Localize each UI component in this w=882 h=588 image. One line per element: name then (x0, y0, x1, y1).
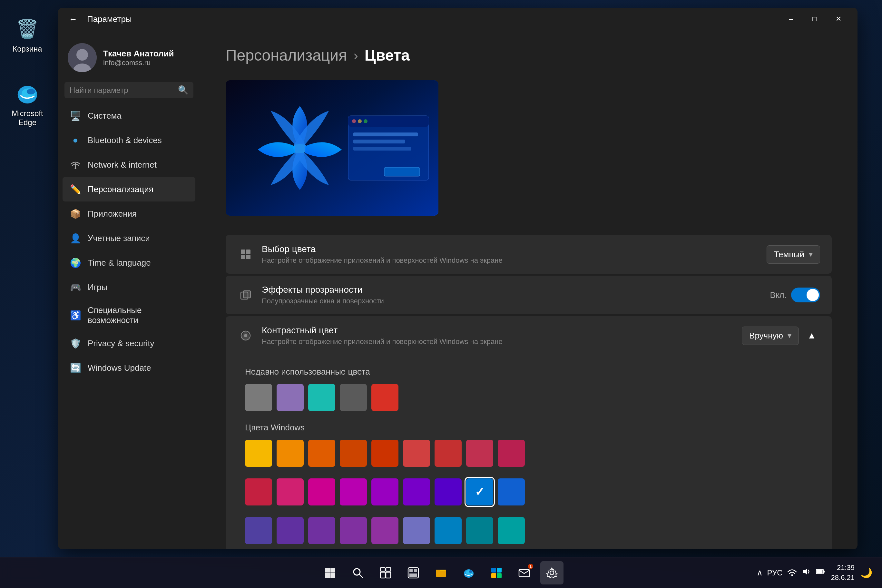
recent-swatch-4[interactable] (371, 384, 399, 411)
win-swatch-0-7[interactable] (466, 440, 493, 467)
taskview-button[interactable] (374, 561, 397, 585)
tray-chevron[interactable]: ∧ (757, 568, 763, 578)
win-swatch-1-8[interactable] (498, 478, 525, 506)
sidebar-item-privacy-label: Privacy & security (88, 339, 154, 348)
accent-expand-button[interactable]: ▲ (803, 327, 820, 344)
win-swatch-2-3[interactable] (340, 517, 367, 544)
win-swatch-2-6[interactable] (435, 517, 462, 544)
search-input[interactable] (70, 86, 174, 95)
battery-icon[interactable] (816, 567, 825, 579)
win-swatch-2-0[interactable] (245, 517, 272, 544)
svg-rect-39 (414, 569, 417, 572)
sidebar-item-network[interactable]: Network & internet (63, 153, 195, 177)
win-swatch-1-3[interactable] (340, 478, 367, 506)
win-swatch-1-6[interactable] (435, 478, 462, 506)
transparency-control: Вкл. (770, 288, 820, 302)
desktop-icon-recycle[interactable]: 🗑️ Корзина (6, 13, 48, 57)
sidebar-item-gaming-label: Игры (88, 282, 107, 292)
title-bar: ← Параметры – □ ✕ (58, 8, 858, 30)
system-tray: ∧ РУС (757, 567, 825, 579)
win-swatch-2-7[interactable] (466, 517, 493, 544)
recycle-bin-icon: 🗑️ (15, 16, 40, 42)
win-swatch-2-4[interactable] (371, 517, 399, 544)
win-swatch-0-4[interactable] (371, 440, 399, 467)
win-swatch-0-2[interactable] (308, 440, 335, 467)
sidebar-item-personalization[interactable]: ✏️ Персонализация (63, 177, 195, 201)
volume-icon[interactable] (801, 567, 811, 579)
recent-swatch-1[interactable] (277, 384, 304, 411)
store-button[interactable] (485, 561, 508, 585)
mail-button[interactable]: 1 (513, 561, 536, 585)
close-button[interactable]: ✕ (827, 11, 850, 27)
svg-rect-14 (353, 132, 418, 136)
clock[interactable]: 21:39 28.6.21 (831, 563, 855, 583)
win-swatch-2-2[interactable] (308, 517, 335, 544)
accent-header: Контрастный цвет Настройте отображение п… (226, 316, 832, 355)
desktop: 🗑️ Корзина Microsoft Edge ← Параметры – … (0, 0, 882, 588)
sidebar-item-apps[interactable]: 📦 Приложения (63, 201, 195, 226)
accent-title: Контрастный цвет (262, 325, 734, 336)
transparency-title: Эффекты прозрачности (262, 285, 762, 295)
win-swatch-0-6[interactable] (435, 440, 462, 467)
sidebar-item-privacy[interactable]: 🛡️ Privacy & security (63, 331, 195, 356)
sidebar-item-time-label: Time & language (88, 258, 151, 268)
win-swatch-2-8[interactable] (498, 517, 525, 544)
win-swatch-1-1[interactable] (277, 478, 304, 506)
accent-desc: Настройте отображение приложений и повер… (262, 338, 734, 346)
win-swatch-0-3[interactable] (340, 440, 367, 467)
win-swatch-0-0[interactable] (245, 440, 272, 467)
widgets-button[interactable] (402, 561, 425, 585)
sidebar-item-accessibility[interactable]: ♿ Специальные возможности (63, 300, 195, 331)
search-box[interactable]: 🔍 (64, 82, 194, 98)
win-swatch-2-5[interactable] (403, 517, 430, 544)
sidebar-item-accounts[interactable]: 👤 Учетные записи (63, 226, 195, 250)
color-choice-control: Темный ▾ (766, 245, 820, 264)
network-tray-icon[interactable] (787, 567, 797, 579)
win-swatch-1-4[interactable] (371, 478, 399, 506)
settings-taskbar-button[interactable] (540, 561, 564, 585)
color-choice-desc: Настройте отображение приложений и повер… (262, 256, 759, 265)
color-choice-dropdown[interactable]: Темный ▾ (766, 245, 820, 264)
file-explorer-button[interactable] (429, 561, 453, 585)
win-swatch-0-1[interactable] (277, 440, 304, 467)
color-choice-title: Выбор цвета (262, 244, 759, 254)
notification-icon[interactable]: 🌙 (860, 567, 872, 578)
windows-colors-title: Цвета Windows (245, 423, 812, 433)
sidebar-item-accounts-label: Учетные записи (88, 233, 150, 243)
recent-swatch-0[interactable] (245, 384, 272, 411)
user-profile[interactable]: Ткачев Анатолий info@comss.ru (63, 37, 195, 82)
apps-icon: 📦 (69, 207, 82, 220)
settings-window: ← Параметры – □ ✕ (58, 8, 858, 549)
win-swatch-1-5[interactable] (403, 478, 430, 506)
svg-point-6 (75, 168, 76, 169)
svg-rect-54 (816, 570, 822, 573)
win-swatch-2-1[interactable] (277, 517, 304, 544)
sidebar-item-bluetooth[interactable]: ● Bluetooth & devices (63, 128, 195, 153)
desktop-icon-edge[interactable]: Microsoft Edge (6, 77, 48, 130)
svg-point-44 (469, 570, 472, 573)
accent-dropdown[interactable]: Вручную ▾ (742, 327, 799, 345)
win-swatch-0-5[interactable] (403, 440, 430, 467)
sidebar-item-time[interactable]: 🌍 Time & language (63, 250, 195, 275)
edge-taskbar-button[interactable] (457, 561, 480, 585)
win-swatch-0-8[interactable] (498, 440, 525, 467)
language-indicator[interactable]: РУС (767, 568, 783, 578)
win-swatch-1-0[interactable] (245, 478, 272, 506)
recent-swatch-2[interactable] (308, 384, 335, 411)
sidebar-item-gaming[interactable]: 🎮 Игры (63, 275, 195, 300)
sidebar-item-update[interactable]: 🔄 Windows Update (63, 356, 195, 380)
maximize-button[interactable]: □ (803, 11, 826, 27)
win-swatch-1-2[interactable] (308, 478, 335, 506)
start-button[interactable] (318, 561, 342, 585)
transparency-toggle[interactable] (791, 288, 820, 302)
minimize-button[interactable]: – (780, 11, 802, 27)
back-button[interactable]: ← (66, 12, 81, 26)
recent-swatch-3[interactable] (340, 384, 367, 411)
win-swatch-1-7-selected[interactable] (466, 478, 493, 506)
svg-point-50 (550, 571, 554, 575)
accent-text: Контрастный цвет Настройте отображение п… (262, 325, 734, 346)
taskbar-search-button[interactable] (346, 561, 369, 585)
svg-point-4 (76, 49, 88, 61)
svg-marker-52 (803, 568, 807, 575)
sidebar-item-system[interactable]: 🖥️ Система (63, 104, 195, 128)
